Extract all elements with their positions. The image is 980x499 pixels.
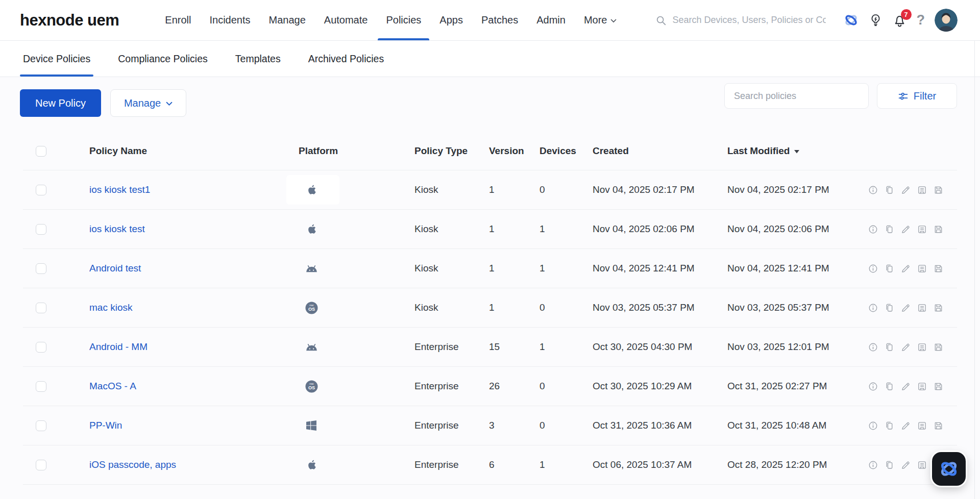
user-avatar[interactable] (935, 9, 958, 32)
info-icon[interactable] (868, 342, 878, 352)
edit-icon[interactable] (901, 185, 911, 195)
duplicate-icon[interactable] (885, 264, 894, 273)
global-search (655, 15, 826, 26)
nav-item-apps[interactable]: Apps (439, 0, 463, 40)
devices-cell: 1 (540, 341, 593, 353)
duplicate-icon[interactable] (885, 185, 894, 195)
apple-icon (307, 223, 316, 235)
policy-name-link[interactable]: MacOS - A (89, 381, 136, 392)
policy-name-link[interactable]: ios kiosk test1 (89, 184, 150, 195)
info-icon[interactable] (868, 185, 878, 195)
table-row: ios kiosk test Kiosk 1 1 Nov 04, 2025 02… (23, 210, 957, 249)
archive-icon[interactable] (917, 382, 927, 391)
save-icon[interactable] (934, 382, 943, 391)
info-icon[interactable] (868, 264, 878, 273)
notifications-bell-icon[interactable]: 7 (892, 13, 907, 28)
archive-icon[interactable] (917, 185, 927, 195)
manage-dropdown-button[interactable]: Manage (110, 89, 186, 117)
nav-item-policies[interactable]: Policies (386, 0, 421, 40)
info-icon[interactable] (868, 224, 878, 234)
created-cell: Oct 31, 2025 10:36 AM (593, 420, 727, 431)
edit-icon[interactable] (901, 264, 911, 273)
edit-icon[interactable] (901, 224, 911, 234)
duplicate-icon[interactable] (885, 224, 894, 234)
whats-new-bulb-icon[interactable] (869, 13, 883, 27)
created-cell: Nov 04, 2025 12:41 PM (593, 263, 727, 274)
row-checkbox[interactable] (36, 185, 46, 195)
row-checkbox[interactable] (36, 460, 46, 470)
archive-icon[interactable] (917, 342, 927, 352)
info-icon[interactable] (868, 382, 878, 391)
save-icon[interactable] (934, 185, 943, 195)
hexnode-assistant-icon[interactable] (932, 452, 966, 486)
policy-name-link[interactable]: iOS passcode, apps (89, 459, 176, 470)
row-checkbox[interactable] (36, 224, 46, 235)
duplicate-icon[interactable] (885, 382, 894, 391)
save-icon[interactable] (934, 342, 943, 352)
nav-item-patches[interactable]: Patches (481, 0, 518, 40)
row-checkbox[interactable] (36, 303, 46, 313)
header-last-modified[interactable]: Last Modified (727, 145, 868, 157)
policy-name-link[interactable]: ios kiosk test (89, 223, 145, 235)
select-all-checkbox[interactable] (36, 146, 46, 157)
help-icon[interactable]: ? (917, 13, 925, 27)
filter-button[interactable]: Filter (877, 83, 957, 109)
edit-icon[interactable] (901, 342, 911, 352)
policy-name-link[interactable]: mac kiosk (89, 302, 132, 313)
header-policy-type: Policy Type (414, 145, 489, 157)
tab-archived-policies[interactable]: Archived Policies (308, 41, 384, 77)
tab-device-policies[interactable]: Device Policies (23, 41, 90, 77)
chevron-down-icon (610, 19, 617, 23)
row-checkbox[interactable] (36, 263, 46, 274)
tab-templates[interactable]: Templates (235, 41, 281, 77)
row-checkbox[interactable] (36, 342, 46, 353)
duplicate-icon[interactable] (885, 421, 894, 431)
archive-icon[interactable] (917, 303, 927, 313)
save-icon[interactable] (934, 303, 943, 313)
policy-type-cell: Enterprise (414, 381, 489, 392)
save-icon[interactable] (934, 264, 943, 273)
archive-icon[interactable] (917, 264, 927, 273)
policy-name-link[interactable]: Android - MM (89, 341, 148, 353)
duplicate-icon[interactable] (885, 303, 894, 313)
edit-icon[interactable] (901, 460, 911, 470)
nav-item-admin[interactable]: Admin (536, 0, 566, 40)
policy-name-link[interactable]: PP-Win (89, 420, 122, 431)
edit-icon[interactable] (901, 303, 911, 313)
save-icon[interactable] (934, 421, 943, 431)
policy-tabbar: Device PoliciesCompliance PoliciesTempla… (0, 41, 980, 77)
duplicate-icon[interactable] (885, 342, 894, 352)
archive-icon[interactable] (917, 460, 927, 470)
apple-icon (307, 184, 316, 195)
info-icon[interactable] (868, 303, 878, 313)
devices-cell: 0 (540, 381, 593, 392)
nav-item-more[interactable]: More (584, 0, 617, 40)
row-checkbox[interactable] (36, 381, 46, 392)
table-header-row: Policy Name Platform Policy Type Version… (23, 117, 957, 170)
archive-icon[interactable] (917, 224, 927, 234)
version-cell: 26 (489, 381, 540, 392)
save-icon[interactable] (934, 224, 943, 234)
nav-item-enroll[interactable]: Enroll (165, 0, 191, 40)
hexnode-knot-icon[interactable] (843, 12, 859, 28)
info-icon[interactable] (868, 460, 878, 470)
new-policy-button[interactable]: New Policy (20, 89, 101, 117)
nav-item-manage[interactable]: Manage (269, 0, 306, 40)
table-row: Android - MM Enterprise 15 1 Oct 30, 202… (23, 328, 957, 367)
primary-nav: Enroll Incidents Manage Automate Policie… (165, 0, 617, 40)
tab-compliance-policies[interactable]: Compliance Policies (118, 41, 208, 77)
edit-icon[interactable] (901, 382, 911, 391)
nav-item-automate[interactable]: Automate (324, 0, 368, 40)
table-row: PP-Win Enterprise 3 0 Oct 31, 2025 10:36… (23, 406, 957, 445)
policy-name-link[interactable]: Android test (89, 263, 141, 274)
edit-icon[interactable] (901, 421, 911, 431)
info-icon[interactable] (868, 421, 878, 431)
svg-text:OS: OS (308, 307, 314, 312)
duplicate-icon[interactable] (885, 460, 894, 470)
row-checkbox[interactable] (36, 420, 46, 431)
policy-search-input[interactable] (724, 83, 869, 109)
macos-icon: macOS (305, 380, 318, 393)
global-search-input[interactable] (673, 15, 826, 26)
archive-icon[interactable] (917, 421, 927, 431)
nav-item-incidents[interactable]: Incidents (209, 0, 250, 40)
